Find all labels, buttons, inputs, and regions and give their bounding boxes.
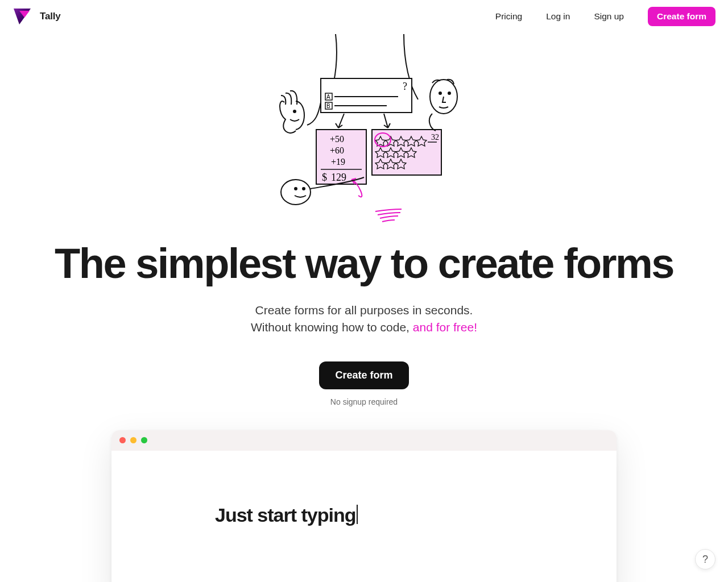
svg-text:+50: +50 xyxy=(330,134,344,144)
hero-note: No signup required xyxy=(0,397,728,406)
svg-text:+60: +60 xyxy=(330,146,344,155)
svg-point-29 xyxy=(303,188,305,190)
svg-point-28 xyxy=(295,188,297,190)
mockup-titlebar xyxy=(111,430,617,451)
window-zoom-icon xyxy=(141,437,147,443)
mockup-body: Just start typing xyxy=(111,451,617,582)
typing-demo-text: Just start typing xyxy=(215,504,355,526)
help-icon: ? xyxy=(702,554,708,566)
nav-create-form-button[interactable]: Create form xyxy=(648,7,715,26)
nav-pricing[interactable]: Pricing xyxy=(495,11,522,22)
svg-rect-2 xyxy=(321,78,412,113)
svg-text:$: $ xyxy=(322,172,327,183)
svg-text:32: 32 xyxy=(431,133,439,142)
svg-text:B: B xyxy=(326,103,330,109)
hero-create-form-button[interactable]: Create form xyxy=(319,361,408,389)
tally-logo-icon xyxy=(13,7,32,26)
svg-point-23 xyxy=(293,110,296,113)
svg-text:129: 129 xyxy=(331,172,346,183)
brand[interactable]: Tally xyxy=(13,7,60,26)
nav-login[interactable]: Log in xyxy=(546,11,570,22)
window-minimize-icon xyxy=(130,437,136,443)
hero-subhead-line2-prefix: Without knowing how to code, xyxy=(251,321,413,334)
hero-subhead: Create forms for all purposes in seconds… xyxy=(0,302,728,336)
hero-subhead-highlight: and for free! xyxy=(413,321,477,334)
editor-mockup: Just start typing xyxy=(111,430,617,582)
svg-text:?: ? xyxy=(403,81,407,92)
hero-subhead-line1: Create forms for all purposes in seconds… xyxy=(255,304,473,317)
nav-signup[interactable]: Sign up xyxy=(594,11,624,22)
window-close-icon xyxy=(119,437,126,443)
svg-point-26 xyxy=(448,92,450,94)
top-nav: Pricing Log in Sign up Create form xyxy=(495,7,715,26)
svg-text:+19: +19 xyxy=(331,157,345,167)
svg-point-25 xyxy=(439,92,441,94)
brand-name: Tally xyxy=(40,11,60,22)
svg-point-27 xyxy=(281,180,311,205)
text-cursor-icon xyxy=(357,505,358,524)
svg-text:A: A xyxy=(326,94,330,100)
hero-headline: The simplest way to create forms xyxy=(0,242,728,286)
help-button[interactable]: ? xyxy=(695,549,715,569)
hero-illustration: ? A B +50 +60 +19 $ 129 xyxy=(262,34,466,225)
